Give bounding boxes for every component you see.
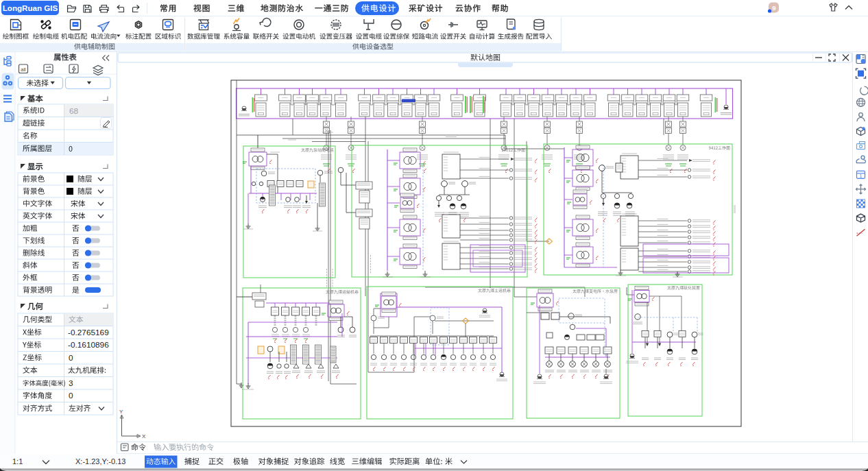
svg-text:0: 0 [69, 353, 73, 363]
svg-text:Y: Y [119, 409, 123, 415]
svg-text:-0.2765169: -0.2765169 [68, 328, 109, 337]
svg-text:9: 9 [772, 4, 775, 12]
svg-text:X: X [142, 433, 146, 439]
svg-text:1:1: 1:1 [12, 457, 23, 466]
svg-text:X:-1.23,Y:-0.13: X:-1.23,Y:-0.13 [75, 457, 125, 466]
svg-text:-0.1610896: -0.1610896 [68, 340, 109, 350]
svg-text:68: 68 [69, 106, 79, 116]
svg-text:1: 1 [860, 173, 863, 178]
svg-text:LongRuan GIS: LongRuan GIS [3, 3, 58, 12]
svg-text:3: 3 [69, 378, 73, 388]
svg-text:all: all [21, 67, 26, 73]
svg-text:0: 0 [69, 391, 73, 400]
